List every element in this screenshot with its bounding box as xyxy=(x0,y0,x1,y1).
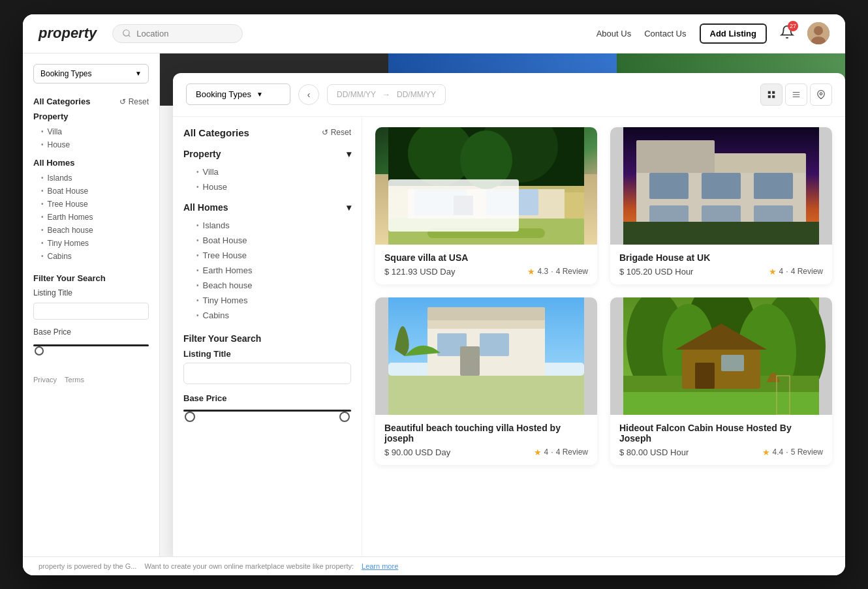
panel-item-villa[interactable]: Villa xyxy=(191,164,351,179)
listing-name-2: Brigade House at UK xyxy=(619,252,823,263)
map-view-button[interactable] xyxy=(810,83,832,106)
rating-value-1: 4.3 xyxy=(538,267,549,276)
svg-rect-32 xyxy=(754,173,793,199)
sidebar-item-boathouse[interactable]: Boat House xyxy=(33,185,149,198)
header-search[interactable] xyxy=(112,24,243,43)
panel-item-house[interactable]: House xyxy=(191,179,351,194)
panel-range-track xyxy=(183,410,351,412)
listing-rating-4: ★ 4.4 · 5 Review xyxy=(762,447,823,457)
sidebar-listing-title-input[interactable] xyxy=(33,303,149,320)
map-icon xyxy=(816,90,826,99)
terms-link[interactable]: Terms xyxy=(65,376,84,384)
footer-learn-more-link[interactable]: Learn more xyxy=(362,562,398,570)
panel-range-thumb-right[interactable] xyxy=(339,412,350,422)
svg-rect-25 xyxy=(427,228,545,238)
listing-price-row-4: $ 80.00 USD Hour ★ 4.4 · 5 Review xyxy=(619,447,823,457)
contact-link[interactable]: Contact Us xyxy=(644,29,686,38)
sidebar-booking-dropdown[interactable]: Booking Types ▼ xyxy=(33,64,149,83)
chevron-down-icon: ▼ xyxy=(135,70,142,77)
page-footer: property is powered by the G... Want to … xyxy=(23,556,845,575)
panel-booking-dropdown[interactable]: Booking Types ▼ xyxy=(186,83,290,105)
svg-rect-42 xyxy=(427,307,545,320)
reset-icon: ↺ xyxy=(322,128,328,137)
panel-date-range[interactable]: DD/MM/YY → DD/MM/YY xyxy=(327,84,446,105)
listings-grid: Square villa at USA $ 121.93 USD Day ★ 4… xyxy=(375,127,832,465)
footer-powered: property is powered by the G... xyxy=(39,562,136,570)
listing-price-4: $ 80.00 USD Hour xyxy=(619,447,689,457)
svg-rect-45 xyxy=(460,346,480,376)
sidebar-listing-title-label: Listing Title xyxy=(23,286,159,300)
grid-view-button[interactable] xyxy=(760,83,783,106)
notifications-button[interactable]: 27 xyxy=(780,25,794,42)
panel-range-thumb-left[interactable] xyxy=(185,412,195,422)
listing-info-3: Beautiful beach touching villa Hosted by… xyxy=(375,415,597,465)
svg-rect-36 xyxy=(623,222,819,245)
review-count-2: 4 Review xyxy=(791,267,823,276)
sidebar-item-villa[interactable]: Villa xyxy=(33,125,149,138)
panel-item-beachhouse[interactable]: Beach house xyxy=(191,278,351,293)
listing-image-3 xyxy=(375,297,597,415)
panel-nav-back-button[interactable]: ‹ xyxy=(298,84,319,105)
panel-allhomes-header[interactable]: All Homes ▾ xyxy=(183,200,351,215)
app-logo: property xyxy=(39,25,97,42)
panel-item-tinyhomes[interactable]: Tiny Homes xyxy=(191,293,351,308)
listing-info-4: Hideout Falcon Cabin House Hosted By Jos… xyxy=(610,415,832,465)
sidebar-item-beachhouse[interactable]: Beach house xyxy=(33,224,149,237)
sidebar-item-earthhomes[interactable]: Earth Homes xyxy=(33,211,149,224)
list-view-button[interactable] xyxy=(785,83,807,106)
panel-property-title: Property xyxy=(183,149,221,159)
listing-card-1[interactable]: Square villa at USA $ 121.93 USD Day ★ 4… xyxy=(375,127,597,284)
svg-rect-6 xyxy=(768,95,771,98)
panel-filter-section: Filter Your Search Listing Title Base Pr… xyxy=(183,333,351,425)
panel-listing-title-input[interactable] xyxy=(183,363,351,384)
listing-card-2[interactable]: Brigade House at UK $ 105.20 USD Hour ★ … xyxy=(610,127,832,284)
star-icon-4: ★ xyxy=(762,447,770,457)
listing-price-3: $ 90.00 USD Day xyxy=(384,447,450,457)
date-end: DD/MM/YY xyxy=(397,90,436,99)
range-thumb-left[interactable] xyxy=(35,346,44,355)
panel-allhomes-title: All Homes xyxy=(183,202,228,213)
sidebar-item-tinyhomes[interactable]: Tiny Homes xyxy=(33,237,149,250)
view-toggle xyxy=(760,83,832,106)
review-count-4: 5 Review xyxy=(791,447,823,457)
panel-categories-sidebar: All Categories ↺ Reset Property ▾ xyxy=(173,117,362,560)
listing-name-4: Hideout Falcon Cabin House Hosted By Jos… xyxy=(619,423,823,444)
svg-point-2 xyxy=(814,26,823,35)
sidebar-price-range[interactable] xyxy=(33,344,149,357)
panel-item-cabins[interactable]: Cabins xyxy=(191,308,351,323)
sidebar-item-house[interactable]: House xyxy=(33,138,149,151)
listing-image-1 xyxy=(375,127,597,245)
sidebar-reset-button[interactable]: ↺ Reset xyxy=(119,97,149,106)
sidebar-item-islands[interactable]: Islands xyxy=(33,172,149,185)
rating-dot-4: · xyxy=(786,447,788,457)
about-link[interactable]: About Us xyxy=(597,29,631,38)
main-area: Booking Types ▼ All Categories ↺ Reset P… xyxy=(23,53,845,575)
rating-value-4: 4.4 xyxy=(773,447,784,457)
sidebar-item-cabins[interactable]: Cabins xyxy=(33,250,149,263)
sidebar-filter-title: Filter Your Search xyxy=(23,268,159,286)
panel-reset-button[interactable]: ↺ Reset xyxy=(322,128,351,137)
app-header: property About Us Contact Us Add Listing… xyxy=(23,14,845,53)
rating-value-2: 4 xyxy=(779,267,784,276)
panel-price-range[interactable] xyxy=(183,410,351,425)
listing-rating-2: ★ 4 · 4 Review xyxy=(769,267,823,277)
sidebar-item-treehouse[interactable]: Tree House xyxy=(33,198,149,211)
listing-info-2: Brigade House at UK $ 105.20 USD Hour ★ … xyxy=(610,245,832,284)
add-listing-button[interactable]: Add Listing xyxy=(700,23,767,44)
panel-item-treehouse[interactable]: Tree House xyxy=(191,248,351,263)
listing-price-row-1: $ 121.93 USD Day ★ 4.3 · 4 Review xyxy=(384,267,588,277)
svg-rect-54 xyxy=(695,363,715,389)
listing-card-4[interactable]: Hideout Falcon Cabin House Hosted By Jos… xyxy=(610,297,832,465)
panel-item-earthhomes[interactable]: Earth Homes xyxy=(191,263,351,278)
listing-card-3[interactable]: Beautiful beach touching villa Hosted by… xyxy=(375,297,597,465)
panel-item-boathouse[interactable]: Boat House xyxy=(191,233,351,248)
panel-property-header[interactable]: Property ▾ xyxy=(183,146,351,162)
star-icon-3: ★ xyxy=(534,447,542,457)
svg-point-0 xyxy=(123,30,129,36)
sidebar-categories: All Categories ↺ Reset Property Villa Ho… xyxy=(23,91,159,268)
svg-rect-31 xyxy=(702,173,741,199)
privacy-link[interactable]: Privacy xyxy=(33,376,57,384)
user-avatar[interactable] xyxy=(807,22,829,44)
panel-item-islands[interactable]: Islands xyxy=(191,218,351,233)
location-input[interactable] xyxy=(136,29,215,38)
